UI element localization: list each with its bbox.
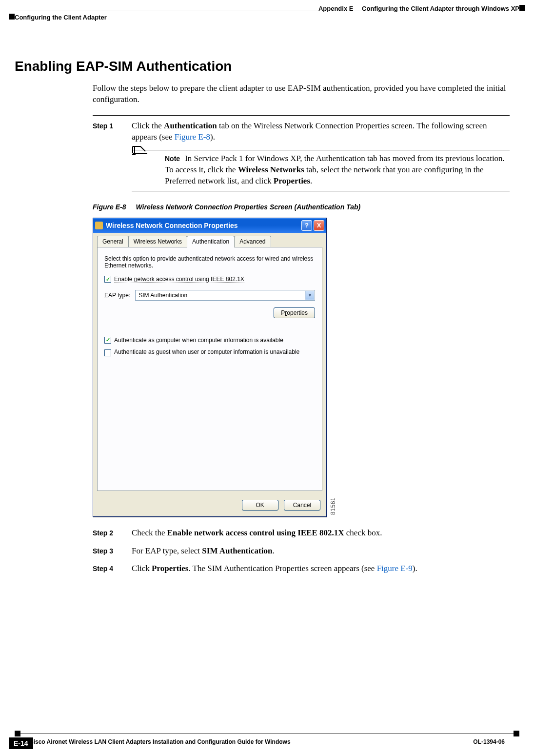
eap-type-value: SIM Authentication: [138, 292, 187, 299]
auth-panel: Select this option to provide authentica…: [97, 247, 322, 491]
chevron-down-icon[interactable]: ▼: [305, 291, 314, 300]
step-4: Step 4 Click Properties. The SIM Authent…: [93, 563, 510, 574]
note-body: NoteIn Service Pack 1 for Windows XP, th…: [165, 153, 510, 187]
step-body: Click the Authentication tab on the Wire…: [132, 121, 510, 143]
fig-link[interactable]: Figure E-8: [175, 132, 210, 142]
enable-8021x-row[interactable]: Enable network access control using IEEE…: [104, 276, 315, 283]
section-title: Enabling EAP-SIM Authentication: [15, 59, 519, 74]
dialog-footer: OK Cancel: [93, 495, 326, 516]
note-icon: [132, 153, 165, 187]
eap-type-select[interactable]: SIM Authentication ▼: [135, 290, 315, 301]
fig-link[interactable]: Figure E-9: [377, 564, 413, 573]
book-title: Cisco Aironet Wireless LAN Client Adapte…: [29, 738, 291, 745]
header-mark-left: [9, 14, 15, 20]
step-3: Step 3 For EAP type, select SIM Authenti…: [93, 546, 510, 557]
footer-mark-left: [15, 731, 20, 736]
page-number: E-14: [9, 737, 33, 749]
step-body: For EAP type, select SIM Authentication.: [132, 546, 510, 557]
checkbox-enable-8021x[interactable]: [104, 276, 111, 283]
header-mark-right: [519, 5, 525, 11]
checkbox-auth-as-guest[interactable]: [104, 349, 111, 356]
tab-strip: General Wireless Networks Authentication…: [93, 233, 326, 247]
eap-type-row: EAP type: SIM Authentication ▼: [104, 290, 315, 301]
tab-general[interactable]: General: [97, 236, 129, 247]
figure-title: Wireless Network Connection Properties S…: [136, 203, 360, 211]
figure-caption: Figure E-8Wireless Network Connection Pr…: [93, 203, 510, 211]
checkbox-auth-as-computer[interactable]: [104, 337, 111, 344]
xp-dialog: Wireless Network Connection Properties ?…: [93, 218, 327, 517]
step-label: Step 1: [93, 121, 132, 143]
figure-number: Figure E-8: [93, 203, 126, 211]
intro-paragraph: Follow the steps below to prepare the cl…: [93, 83, 510, 105]
note-rule-top: [132, 150, 510, 150]
auth-as-guest-label: Authenticate as guest when user or compu…: [114, 348, 299, 355]
doc-number: OL-1394-06: [473, 738, 505, 745]
tab-authentication[interactable]: Authentication: [187, 236, 235, 247]
footer-rule: [15, 731, 519, 736]
footer-text: Cisco Aironet Wireless LAN Client Adapte…: [29, 738, 505, 745]
window-icon: [95, 222, 103, 229]
note-rule-bottom: [132, 191, 510, 191]
step-2: Step 2 Check the Enable network access c…: [93, 528, 510, 539]
close-button[interactable]: X: [314, 220, 324, 231]
auth-as-guest-row[interactable]: Authenticate as guest when user or compu…: [104, 348, 315, 356]
step-label: Step 3: [93, 546, 132, 557]
step-label: Step 4: [93, 563, 132, 574]
help-button[interactable]: ?: [301, 220, 312, 231]
panel-description: Select this option to provide authentica…: [104, 255, 315, 269]
eap-type-label: EAP type:: [104, 292, 130, 299]
titlebar[interactable]: Wireless Network Connection Properties ?…: [93, 218, 326, 233]
footer-mark-right: [514, 731, 519, 736]
tab-advanced[interactable]: Advanced: [234, 236, 271, 247]
note-block: NoteIn Service Pack 1 for Windows XP, th…: [132, 150, 510, 191]
step-body: Click Properties. The SIM Authentication…: [132, 563, 510, 574]
ok-button[interactable]: OK: [242, 500, 278, 511]
section-path: Configuring the Client Adapter: [15, 14, 107, 21]
step-rule: [93, 115, 510, 116]
note-label: Note: [165, 155, 180, 163]
window-title: Wireless Network Connection Properties: [106, 222, 238, 229]
enable-8021x-label: Enable network access control using IEEE…: [114, 276, 244, 283]
step-body: Check the Enable network access control …: [132, 528, 510, 539]
auth-as-computer-label: Authenticate as computer when computer i…: [114, 337, 283, 344]
page-header: Appendix E Configuring the Client Adapte…: [15, 5, 519, 24]
step-1: Step 1 Click the Authentication tab on t…: [93, 121, 510, 143]
cancel-button[interactable]: Cancel: [284, 500, 320, 511]
tab-wireless-networks[interactable]: Wireless Networks: [128, 236, 187, 247]
properties-button[interactable]: Properties: [274, 307, 315, 318]
auth-as-computer-row[interactable]: Authenticate as computer when computer i…: [104, 337, 315, 344]
figure-side-code: 81561: [330, 497, 336, 515]
header-rule: [15, 11, 519, 11]
step-label: Step 2: [93, 528, 132, 539]
